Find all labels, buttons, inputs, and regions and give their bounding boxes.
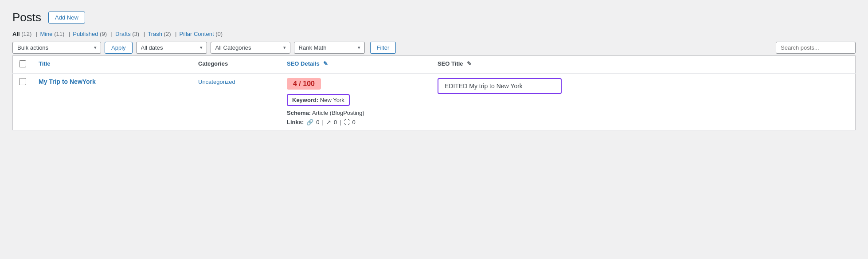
th-categories: Categories [192, 56, 281, 74]
seo-title-edited-text: EDITED My trip to New York [445, 82, 523, 90]
row-checkbox[interactable] [19, 78, 26, 85]
th-title: Title [32, 56, 192, 74]
th-checkbox [13, 56, 33, 74]
pillar-link-icon: ⛶ [344, 119, 350, 126]
seo-details-edit-icon[interactable]: ✎ [323, 60, 328, 67]
categories-wrapper: All Categories ▾ [211, 42, 290, 54]
filter-pillar-count: (0) [214, 31, 223, 37]
categories-select[interactable]: All Categories [211, 42, 290, 54]
sep-4: | [142, 31, 145, 37]
dates-select[interactable]: All dates [136, 42, 207, 54]
row-title-cell: My Trip to NewYork [32, 74, 192, 130]
filter-published[interactable]: Published [73, 31, 98, 37]
schema-label: Schema: [287, 110, 311, 116]
sep-2: | [67, 31, 70, 37]
external-links-count: 0 [334, 119, 337, 126]
internal-links-count: 0 [316, 119, 319, 126]
categories-col-label: Categories [198, 60, 228, 67]
posts-table: Title Categories SEO Details ✎ SEO Title… [12, 55, 856, 130]
sep-5: | [173, 31, 176, 37]
rankmath-wrapper: Rank Math ▾ [294, 42, 365, 54]
links-sep-1: | [322, 119, 324, 126]
sep-1: | [34, 31, 37, 37]
bulk-actions-select[interactable]: Bulk actions [12, 42, 101, 54]
filter-all[interactable]: All [12, 31, 20, 37]
pillar-links-count: 0 [352, 119, 356, 126]
filter-drafts[interactable]: Drafts [115, 31, 131, 37]
th-seo-title: SEO Title ✎ [431, 56, 856, 74]
page-title: Posts [12, 11, 41, 24]
filter-all-count: (12) [20, 31, 32, 37]
filter-mine[interactable]: Mine [40, 31, 52, 37]
post-title-link[interactable]: My Trip to NewYork [39, 78, 96, 85]
filter-drafts-count: (3) [131, 31, 140, 37]
table-header-row: Title Categories SEO Details ✎ SEO Title… [13, 56, 856, 74]
links-label: Links: [287, 119, 304, 126]
links-sep-2: | [340, 119, 341, 126]
schema-row: Schema: Article (BlogPosting) [287, 110, 425, 116]
schema-value: Article (BlogPosting) [312, 110, 364, 116]
seo-title-col-label: SEO Title [438, 60, 463, 67]
filter-trash[interactable]: Trash [148, 31, 162, 37]
seo-score-badge: 4 / 100 [287, 78, 321, 90]
keyword-box: Keyword: New York [287, 94, 350, 106]
category-link[interactable]: Uncategorized [198, 78, 235, 85]
row-seo-details-cell: 4 / 100 Keyword: New York Schema: Articl… [281, 74, 431, 130]
row-category-cell: Uncategorized [192, 74, 281, 130]
external-link-icon: ↗ [326, 119, 331, 126]
row-checkbox-cell [13, 74, 33, 130]
table-nav: Bulk actions ▾ Apply All dates ▾ All Cat… [12, 42, 856, 54]
table-row: My Trip to NewYork Uncategorized 4 / 100… [13, 74, 856, 130]
add-new-button[interactable]: Add New [48, 12, 85, 24]
sep-3: | [109, 31, 113, 37]
links-row: Links: 🔗 0 | ↗ 0 | ⛶ 0 [287, 119, 425, 126]
select-all-checkbox[interactable] [19, 60, 26, 67]
post-filter-nav: All (12) | Mine (11) | Published (9) | D… [12, 31, 856, 37]
filter-published-count: (9) [98, 31, 107, 37]
seo-title-edited-box: EDITED My trip to New York [438, 78, 562, 94]
search-input[interactable] [776, 42, 856, 54]
apply-button[interactable]: Apply [105, 42, 133, 54]
filter-mine-count: (11) [53, 31, 65, 37]
search-area [776, 42, 856, 54]
dates-wrapper: All dates ▾ [136, 42, 207, 54]
rankmath-select[interactable]: Rank Math [294, 42, 365, 54]
keyword-label: Keyword: [292, 97, 318, 103]
keyword-value: New York [320, 97, 344, 103]
seo-title-edit-icon[interactable]: ✎ [467, 60, 472, 67]
bulk-actions-wrapper: Bulk actions ▾ [12, 42, 101, 54]
filter-button[interactable]: Filter [370, 42, 396, 54]
filter-trash-count: (2) [162, 31, 171, 37]
link-icon: 🔗 [306, 119, 313, 126]
th-seo-details: SEO Details ✎ [281, 56, 431, 74]
filter-pillar[interactable]: Pillar Content [179, 31, 214, 37]
row-seo-title-cell: EDITED My trip to New York [431, 74, 856, 130]
title-col-label: Title [39, 60, 51, 67]
seo-details-col-label: SEO Details [287, 60, 320, 67]
